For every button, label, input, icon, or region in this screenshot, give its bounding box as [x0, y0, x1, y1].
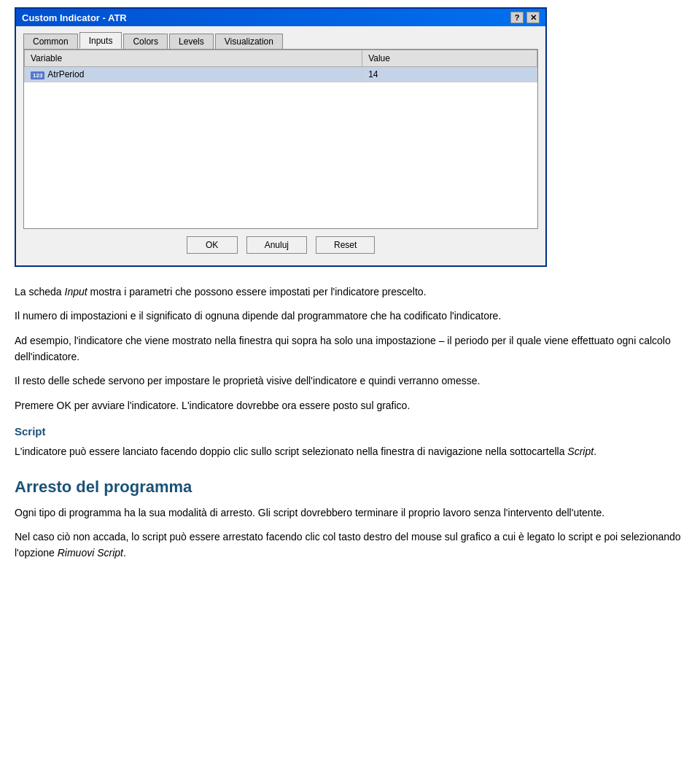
help-button[interactable]: ? [510, 12, 524, 23]
titlebar-buttons: ? ✕ [510, 12, 540, 23]
dialog-titlebar: Custom Indicator - ATR ? ✕ [16, 9, 545, 26]
table-row: 123AtrPeriod 14 [25, 67, 537, 82]
section-script-para: L'indicatore può essere lanciato facendo… [15, 444, 685, 460]
custom-indicator-dialog: Custom Indicator - ATR ? ✕ Common Inputs… [15, 7, 547, 267]
tab-levels[interactable]: Levels [169, 34, 214, 49]
col-variable: Variable [25, 50, 362, 67]
article-para-3: Ad esempio, l'indicatore che viene mostr… [15, 333, 685, 365]
cancel-button[interactable]: Anuluj [246, 236, 307, 254]
ok-button[interactable]: OK [187, 236, 238, 254]
type-icon: 123 [31, 71, 44, 79]
variable-name: AtrPeriod [47, 69, 84, 79]
section-arresto-para-1: Ogni tipo di programma ha la sua modalit… [15, 505, 685, 521]
dialog-body: Common Inputs Colors Levels Visualizatio… [16, 26, 545, 265]
tabs-row: Common Inputs Colors Levels Visualizatio… [23, 32, 538, 49]
article-para-2: Il numero di impostazioni e il significa… [15, 308, 685, 324]
value-cell: 14 [362, 67, 537, 82]
article-para-4: Il resto delle schede servono per impost… [15, 373, 685, 389]
section-script-heading: Script [15, 423, 685, 440]
tab-inputs[interactable]: Inputs [79, 32, 122, 49]
dialog-title: Custom Indicator - ATR [22, 12, 127, 23]
col-value: Value [362, 50, 537, 67]
tab-colors[interactable]: Colors [123, 34, 168, 49]
variable-cell: 123AtrPeriod [25, 67, 362, 82]
tab-panel-inputs: Variable Value 123AtrPeriod 14 [23, 49, 538, 229]
tab-common[interactable]: Common [23, 34, 78, 49]
article-content: La scheda Input mostra i parametri che p… [15, 281, 685, 573]
empty-area [25, 82, 537, 228]
reset-button[interactable]: Reset [316, 236, 375, 254]
close-button[interactable]: ✕ [526, 12, 540, 23]
article-para-1: La scheda Input mostra i parametri che p… [15, 284, 685, 300]
dialog-buttons: OK Anuluj Reset [23, 229, 538, 257]
article-para-5: Premere OK per avviare l'indicatore. L'i… [15, 398, 685, 414]
section-arresto-para-2: Nel caso ciò non accada, lo script può e… [15, 529, 685, 561]
section-arresto-heading: Arresto del programma [15, 475, 685, 499]
inputs-table: Variable Value 123AtrPeriod 14 [24, 50, 537, 228]
tab-visualization[interactable]: Visualization [215, 34, 283, 49]
